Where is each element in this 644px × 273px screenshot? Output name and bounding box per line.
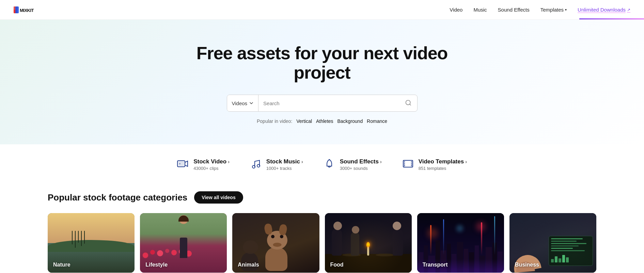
video-templates-title: Video Templates › bbox=[419, 158, 467, 165]
popular-tag-background[interactable]: Background bbox=[337, 118, 363, 124]
popular-tag-vertical[interactable]: Vertical bbox=[296, 118, 312, 124]
card-lifestyle[interactable]: Lifestyle bbox=[140, 213, 227, 273]
search-type-dropdown[interactable]: Videos bbox=[227, 95, 259, 111]
card-animals[interactable]: Animals bbox=[232, 213, 319, 273]
card-business[interactable]: Business bbox=[509, 213, 596, 273]
nav-templates[interactable]: Templates ▾ bbox=[540, 7, 567, 13]
search-submit-button[interactable] bbox=[399, 99, 417, 107]
chevron-down-icon: ▾ bbox=[565, 8, 567, 12]
svg-rect-17 bbox=[411, 161, 412, 162]
navbar: MIXKIT Video Music Sound Effects Templat… bbox=[0, 0, 644, 20]
svg-text:MIXKIT: MIXKIT bbox=[20, 8, 34, 13]
svg-rect-15 bbox=[404, 163, 405, 164]
popular-tag-athletes[interactable]: Athletes bbox=[316, 118, 333, 124]
svg-rect-14 bbox=[404, 161, 405, 162]
nav-music[interactable]: Music bbox=[473, 7, 487, 13]
card-label-food: Food bbox=[330, 262, 344, 268]
bell-icon bbox=[324, 158, 335, 171]
logo[interactable]: MIXKIT bbox=[14, 5, 44, 15]
card-label-animals: Animals bbox=[238, 262, 259, 268]
svg-point-4 bbox=[406, 100, 410, 105]
category-sound-effects[interactable]: Sound Effects › 3000+ sounds bbox=[324, 158, 382, 171]
svg-point-10 bbox=[329, 159, 330, 160]
card-label-business: Business bbox=[515, 262, 539, 268]
nav-sound-effects[interactable]: Sound Effects bbox=[498, 7, 530, 13]
chevron-right-icon: › bbox=[380, 159, 382, 164]
svg-rect-18 bbox=[411, 163, 412, 164]
card-nature[interactable]: Nature bbox=[48, 213, 135, 273]
dropdown-chevron-icon bbox=[249, 101, 253, 105]
nav-video[interactable]: Video bbox=[450, 7, 462, 13]
external-link-icon: ↗ bbox=[627, 7, 630, 12]
card-food[interactable]: Food bbox=[325, 213, 412, 273]
category-stock-video[interactable]: Stock Video › 43000+ clips bbox=[177, 158, 230, 171]
feature-categories-strip: Stock Video › 43000+ clips Stock Music ›… bbox=[0, 144, 644, 178]
sound-effects-count: 3000+ sounds bbox=[340, 166, 382, 171]
section-title: Popular stock footage categories bbox=[48, 192, 187, 203]
view-all-videos-button[interactable]: View all videos bbox=[194, 191, 243, 204]
stock-music-count: 1000+ tracks bbox=[266, 166, 303, 171]
svg-rect-2 bbox=[15, 6, 19, 13]
section-header: Popular stock footage categories View al… bbox=[48, 191, 596, 204]
popular-tags-row: Popular in video: Vertical Athletes Back… bbox=[14, 118, 630, 124]
svg-rect-16 bbox=[404, 165, 405, 166]
video-templates-count: 851 templates bbox=[419, 166, 467, 171]
footage-section: Popular stock footage categories View al… bbox=[0, 178, 644, 273]
hero-headline: Free assets for your next video project bbox=[186, 44, 458, 82]
card-label-lifestyle: Lifestyle bbox=[145, 262, 168, 268]
stock-video-count: 43000+ clips bbox=[193, 166, 230, 171]
chevron-right-icon: › bbox=[301, 159, 303, 164]
chevron-right-icon: › bbox=[465, 159, 467, 164]
card-label-transport: Transport bbox=[423, 262, 448, 268]
search-input[interactable] bbox=[258, 95, 399, 111]
popular-tag-romance[interactable]: Romance bbox=[367, 118, 387, 124]
sound-effects-title: Sound Effects › bbox=[340, 158, 382, 165]
hero-section: Free assets for your next video project … bbox=[0, 20, 644, 144]
nav-links: Video Music Sound Effects Templates ▾ Un… bbox=[450, 7, 630, 13]
search-icon bbox=[405, 99, 412, 106]
stock-music-title: Stock Music › bbox=[266, 158, 303, 165]
nature-reeds bbox=[72, 231, 85, 248]
category-video-templates[interactable]: Video Templates › 851 templates bbox=[402, 158, 467, 171]
film-strip-icon bbox=[402, 158, 414, 171]
svg-rect-6 bbox=[178, 161, 184, 166]
svg-point-7 bbox=[179, 163, 180, 164]
footage-cards-row: Nature bbox=[48, 213, 596, 273]
nav-unlimited-downloads[interactable]: Unlimited Downloads ↗ bbox=[578, 7, 630, 13]
card-transport[interactable]: Transport bbox=[417, 213, 504, 273]
search-bar: Videos bbox=[227, 95, 418, 112]
card-label-nature: Nature bbox=[53, 262, 70, 268]
svg-rect-19 bbox=[411, 165, 412, 166]
nature-grass bbox=[48, 240, 135, 252]
music-note-icon bbox=[250, 158, 262, 171]
chevron-right-icon: › bbox=[228, 159, 230, 164]
video-camera-icon bbox=[177, 158, 189, 171]
unlimited-underline-decoration bbox=[579, 18, 644, 19]
category-stock-music[interactable]: Stock Music › 1000+ tracks bbox=[250, 158, 303, 171]
stock-video-title: Stock Video › bbox=[193, 158, 230, 165]
